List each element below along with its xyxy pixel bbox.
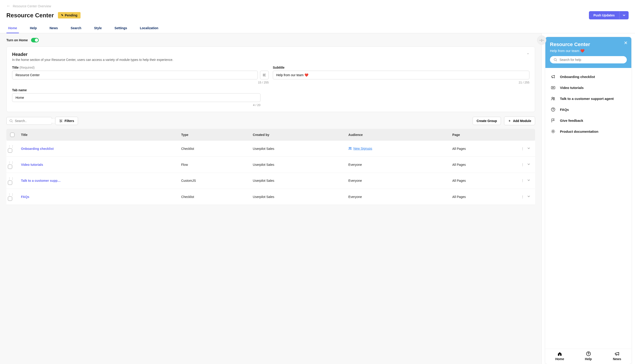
- gear-icon: [550, 129, 556, 134]
- filters-button[interactable]: Filters: [55, 117, 78, 125]
- row-expand-icon[interactable]: [527, 195, 530, 199]
- row-expand-icon[interactable]: [527, 179, 530, 182]
- turn-on-home-toggle[interactable]: [31, 38, 39, 42]
- col-created-by: Created by: [250, 129, 346, 141]
- preview-search[interactable]: [550, 56, 627, 64]
- preview-nav-item[interactable]: News: [602, 349, 631, 364]
- tab-settings[interactable]: Settings: [113, 23, 129, 33]
- filters-icon: [59, 119, 63, 123]
- modules-search[interactable]: [6, 117, 52, 125]
- preview-item-label: Video tutorials: [560, 86, 584, 90]
- audience-text: Everyone: [348, 163, 362, 166]
- module-title-link[interactable]: Talk to a customer supp…: [21, 179, 61, 182]
- preview-item[interactable]: Talk to a customer support agent: [545, 93, 631, 104]
- push-updates-button[interactable]: Push Updates: [589, 11, 619, 20]
- video-icon: [550, 85, 556, 90]
- create-group-button[interactable]: Create Group: [472, 117, 501, 125]
- svg-point-5: [552, 97, 553, 98]
- select-all-checkbox[interactable]: [10, 132, 14, 137]
- flag-icon: [550, 118, 556, 123]
- tab-style[interactable]: Style: [92, 23, 104, 33]
- table-row: ⋮⋮ Video tutorials Flow Userpilot Sales …: [6, 157, 535, 173]
- row-checkbox[interactable]: [8, 148, 12, 153]
- preview-nav-label: Help: [585, 357, 592, 361]
- preview-item[interactable]: Product documentation: [545, 126, 631, 137]
- preview-item[interactable]: Onboarding checklist: [545, 71, 631, 82]
- header-card-desc: In the home section of your Resource Cen…: [12, 58, 173, 62]
- preview-item[interactable]: FAQs: [545, 104, 631, 115]
- format-icon: [262, 73, 266, 77]
- tabname-input[interactable]: [12, 93, 260, 102]
- col-page: Page: [450, 129, 517, 141]
- row-menu-icon[interactable]: ⋮: [521, 147, 524, 150]
- preview-nav-item[interactable]: Home: [545, 349, 574, 364]
- row-checkbox[interactable]: [8, 164, 12, 169]
- row-expand-icon[interactable]: [527, 163, 530, 166]
- module-title-link[interactable]: Video tutorials: [21, 163, 43, 166]
- title-counter: 15 / 255: [12, 81, 269, 84]
- people-icon: [550, 96, 556, 101]
- tab-help[interactable]: Help: [28, 23, 38, 33]
- module-created-by: Userpilot Sales: [250, 189, 346, 205]
- preview-item[interactable]: Give feedback: [545, 115, 631, 126]
- module-created-by: Userpilot Sales: [250, 157, 346, 173]
- svg-point-11: [588, 355, 589, 355]
- module-page: All Pages: [450, 141, 517, 157]
- back-arrow-icon[interactable]: ←: [6, 4, 10, 8]
- row-menu-icon[interactable]: ⋮: [521, 195, 524, 199]
- title-format-button[interactable]: [260, 71, 269, 79]
- svg-point-1: [349, 147, 350, 148]
- megaphone-icon: [550, 74, 556, 79]
- add-module-button[interactable]: ＋ Add Module: [504, 116, 535, 125]
- home-icon: [557, 351, 562, 356]
- chevron-down-icon: [623, 14, 626, 17]
- preview-item-label: Talk to a customer support agent: [560, 97, 614, 100]
- preview-header: ✕ Resource Center Help from our team ❤️: [545, 37, 631, 68]
- preview-close-icon[interactable]: ✕: [624, 40, 628, 46]
- news-icon: [614, 351, 620, 356]
- preview-item[interactable]: Video tutorials: [545, 82, 631, 93]
- preview-nav-label: News: [613, 357, 621, 361]
- audience-link[interactable]: New Signups: [348, 147, 372, 150]
- modules-toolbar: Filters Create Group ＋ Add Module: [6, 116, 535, 125]
- preview-nav: HomeHelpNews: [545, 349, 631, 364]
- push-updates-dropdown[interactable]: [619, 11, 628, 20]
- modules-search-input[interactable]: [15, 119, 55, 123]
- collapse-preview-button[interactable]: →|←: [537, 36, 546, 45]
- module-type: Checklist: [178, 141, 250, 157]
- drag-handle-icon[interactable]: ⋮⋮: [8, 161, 11, 164]
- subtitle-input[interactable]: [273, 71, 530, 79]
- search-icon: [554, 58, 557, 62]
- module-title-link[interactable]: Onboarding checklist: [21, 147, 54, 150]
- tab-home[interactable]: Home: [6, 23, 19, 33]
- preview-nav-item[interactable]: Help: [574, 349, 603, 364]
- drag-handle-icon[interactable]: ⋮⋮: [8, 193, 11, 196]
- breadcrumb-label[interactable]: Resource Center Overview: [13, 4, 51, 8]
- module-created-by: Userpilot Sales: [250, 141, 346, 157]
- drag-handle-icon[interactable]: ⋮⋮: [8, 144, 11, 148]
- tab-news[interactable]: News: [48, 23, 60, 33]
- drag-handle-icon[interactable]: ⋮⋮: [8, 177, 11, 180]
- table-row: ⋮⋮ FAQs Checklist Userpilot Sales Everyo…: [6, 189, 535, 205]
- header-card-title: Header: [12, 52, 173, 57]
- tab-localization[interactable]: Localization: [138, 23, 160, 33]
- row-checkbox[interactable]: [8, 180, 12, 185]
- svg-point-2: [350, 147, 351, 148]
- row-checkbox[interactable]: [8, 196, 12, 201]
- tab-search[interactable]: Search: [69, 23, 83, 33]
- row-menu-icon[interactable]: ⋮: [521, 163, 524, 166]
- module-page: All Pages: [450, 189, 517, 205]
- row-menu-icon[interactable]: ⋮: [521, 179, 524, 182]
- svg-point-8: [553, 110, 553, 111]
- preview-search-input[interactable]: [560, 58, 623, 62]
- preview-pane: →|← ✕ Resource Center Help from our team…: [542, 33, 635, 364]
- title-field-label: Title (Required): [12, 66, 269, 69]
- breadcrumb: ← Resource Center Overview: [0, 0, 635, 9]
- collapse-card-icon[interactable]: ⌃: [527, 52, 530, 56]
- svg-point-6: [554, 98, 555, 99]
- row-expand-icon[interactable]: [527, 147, 530, 150]
- module-title-link[interactable]: FAQs: [21, 195, 30, 199]
- title-input[interactable]: [12, 71, 258, 79]
- pencil-icon: ✎: [61, 14, 64, 17]
- svg-point-9: [552, 131, 554, 132]
